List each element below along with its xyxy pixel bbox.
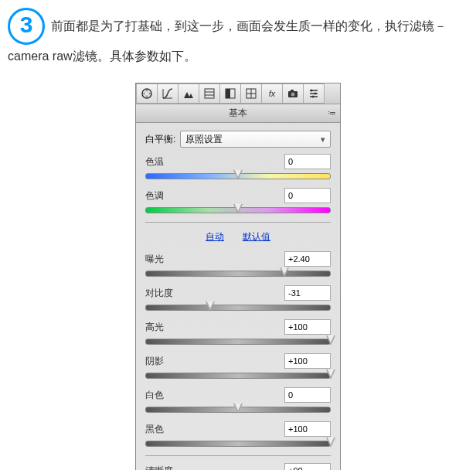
tint-label: 色调	[145, 189, 164, 203]
auto-link[interactable]: 自动	[206, 231, 224, 242]
blacks-label: 黑色	[145, 423, 164, 436]
contrast-slider[interactable]: 对比度 -31	[145, 285, 331, 312]
divider	[145, 455, 331, 457]
white-balance-row: 白平衡: 原照设置 ▾	[145, 131, 331, 148]
aperture-icon[interactable]	[136, 83, 158, 104]
blacks-value[interactable]: +100	[284, 421, 331, 437]
camera-icon[interactable]	[283, 83, 304, 104]
tint-slider[interactable]: 色调 0	[145, 188, 331, 214]
clarity-slider[interactable]: 清晰度 +90	[145, 463, 331, 470]
svg-rect-1	[205, 89, 214, 98]
svg-rect-10	[291, 90, 294, 91]
exposure-value[interactable]: +2.40	[284, 251, 331, 267]
detail-icon[interactable]	[178, 83, 199, 104]
chevron-down-icon: ▾	[321, 135, 325, 145]
svg-rect-5	[226, 89, 230, 98]
exposure-slider[interactable]: 曝光 +2.40	[145, 251, 331, 278]
highlights-label: 高光	[145, 321, 164, 334]
blacks-slider[interactable]: 黑色 +100	[145, 421, 331, 448]
panel-title: 基本	[229, 107, 247, 120]
temperature-slider[interactable]: 色温 0	[145, 154, 331, 180]
highlights-value[interactable]: +100	[284, 319, 331, 335]
clarity-value[interactable]: +90	[284, 463, 331, 470]
divider	[145, 222, 331, 223]
shadows-value[interactable]: +100	[284, 353, 331, 369]
presets-icon[interactable]	[304, 83, 325, 104]
fx-icon[interactable]: fx	[262, 83, 283, 104]
toolbar: fx	[136, 83, 340, 104]
whites-slider[interactable]: 白色 0	[145, 387, 331, 414]
clarity-label: 清晰度	[145, 465, 173, 470]
temperature-label: 色温	[145, 155, 164, 169]
svg-point-15	[311, 90, 313, 92]
shadows-label: 阴影	[145, 355, 164, 368]
panel-menu-icon[interactable]: ≔	[328, 108, 336, 118]
contrast-value[interactable]: -31	[284, 285, 331, 301]
svg-point-11	[291, 93, 295, 97]
default-link[interactable]: 默认值	[243, 231, 270, 242]
camera-raw-panel: fx 基本 ≔ 白平衡: 原照设置 ▾ 色温 0 色调 0	[135, 83, 341, 470]
white-balance-select[interactable]: 原照设置 ▾	[180, 131, 331, 148]
temperature-value[interactable]: 0	[284, 154, 331, 169]
split-icon[interactable]	[220, 83, 241, 104]
whites-value[interactable]: 0	[284, 387, 331, 403]
svg-point-17	[312, 96, 314, 98]
preset-links: 自动 默认值	[145, 230, 331, 244]
tint-value[interactable]: 0	[284, 188, 331, 203]
highlights-slider[interactable]: 高光 +100	[145, 319, 331, 346]
shadows-slider[interactable]: 阴影 +100	[145, 353, 331, 380]
intro-text: 前面都是为了打基础，到这一步，画面会发生质一样的变化，执行滤镜－camera r…	[8, 19, 447, 63]
lens-icon[interactable]	[241, 83, 262, 104]
white-balance-label: 白平衡:	[145, 133, 175, 146]
hsl-icon[interactable]	[199, 83, 220, 104]
panel-title-bar: 基本 ≔	[136, 104, 340, 123]
contrast-label: 对比度	[145, 287, 173, 300]
step-badge: 3	[8, 8, 45, 45]
exposure-label: 曝光	[145, 253, 164, 266]
svg-point-16	[314, 93, 317, 95]
curve-icon[interactable]	[158, 83, 178, 104]
whites-label: 白色	[145, 389, 164, 402]
